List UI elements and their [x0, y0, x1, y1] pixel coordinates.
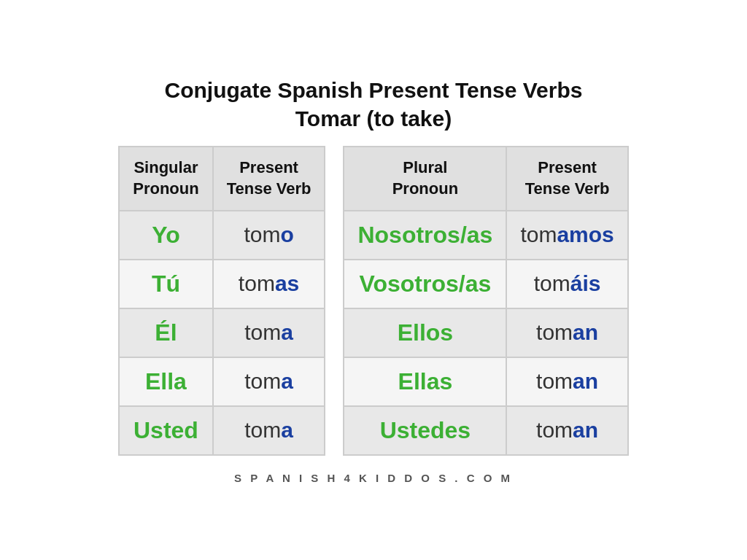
singular-pronoun-cell: Usted: [119, 406, 212, 455]
plural-pronoun-cell: Ellos: [344, 308, 506, 357]
singular-verb-cell: toma: [213, 308, 325, 357]
table-row: Nosotros/astomamos: [344, 211, 627, 260]
table-row: Yotomo: [119, 211, 325, 260]
singular-pronoun-cell: Yo: [119, 211, 212, 260]
table-row: Vosotros/astomáis: [344, 260, 627, 308]
plural-table: PluralPronoun PresentTense Verb Nosotros…: [343, 146, 628, 455]
singular-table: SingularPronoun PresentTense Verb Yotomo…: [118, 146, 325, 455]
table-row: Tútomas: [119, 260, 325, 308]
page-title: Conjugate Spanish Present Tense Verbs To…: [165, 76, 583, 133]
singular-pronoun-cell: Tú: [119, 260, 212, 308]
plural-verb-cell: toman: [506, 406, 627, 455]
singular-verb-cell: tomo: [213, 211, 325, 260]
singular-pronoun-cell: Él: [119, 308, 212, 357]
singular-pronoun-cell: Ella: [119, 357, 212, 406]
table-row: Ellostoman: [344, 308, 627, 357]
plural-pronoun-cell: Ustedes: [344, 406, 506, 455]
table-row: Ellatoma: [119, 357, 325, 406]
singular-verb-header: PresentTense Verb: [213, 147, 325, 210]
singular-verb-cell: tomas: [213, 260, 325, 308]
table-row: Éltoma: [119, 308, 325, 357]
tables-container: SingularPronoun PresentTense Verb Yotomo…: [118, 146, 629, 455]
plural-verb-header: PresentTense Verb: [506, 147, 627, 210]
table-row: Ellastoman: [344, 357, 627, 406]
plural-verb-cell: toman: [506, 308, 627, 357]
plural-verb-cell: tomamos: [506, 211, 627, 260]
plural-verb-cell: tomáis: [506, 260, 627, 308]
plural-pronoun-cell: Vosotros/as: [344, 260, 506, 308]
singular-verb-cell: toma: [213, 357, 325, 406]
singular-pronoun-header: SingularPronoun: [119, 147, 212, 210]
plural-pronoun-header: PluralPronoun: [344, 147, 506, 210]
plural-verb-cell: toman: [506, 357, 627, 406]
plural-pronoun-cell: Ellas: [344, 357, 506, 406]
plural-pronoun-cell: Nosotros/as: [344, 211, 506, 260]
table-row: Ustedtoma: [119, 406, 325, 455]
table-row: Ustedestoman: [344, 406, 627, 455]
footer-text: S P A N I S H 4 K I D D O S . C O M: [234, 472, 513, 484]
singular-verb-cell: toma: [213, 406, 325, 455]
